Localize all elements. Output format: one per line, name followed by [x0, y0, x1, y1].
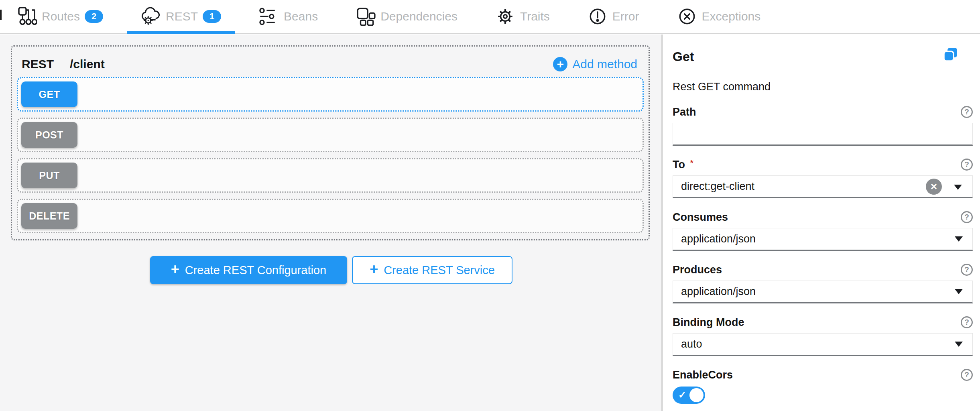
field-path-label: Path	[673, 105, 696, 119]
tab-exceptions-label: Exceptions	[702, 10, 761, 23]
tab-beans[interactable]: Beans	[245, 0, 331, 33]
create-rest-service-button[interactable]: + Create REST Service	[352, 256, 512, 284]
left-edge-mark	[0, 10, 2, 20]
field-consumes: Consumes ? application/json	[673, 210, 973, 251]
binding-mode-select[interactable]: auto	[673, 333, 973, 356]
tab-routes-label: Routes	[42, 10, 80, 23]
consumes-value: application/json	[681, 233, 756, 245]
plus-circle-icon: +	[553, 57, 567, 71]
chevron-down-icon	[955, 342, 963, 347]
method-badge-put[interactable]: PUT	[21, 163, 77, 188]
required-asterisk: *	[690, 158, 693, 169]
help-icon[interactable]: ?	[961, 211, 973, 223]
check-icon: ✓	[678, 389, 686, 401]
help-icon[interactable]: ?	[961, 316, 973, 328]
method-badge-post[interactable]: POST	[21, 122, 77, 148]
tab-rest[interactable]: REST 1	[127, 0, 235, 33]
help-icon[interactable]: ?	[961, 369, 973, 381]
tab-dependencies-label: Dependencies	[380, 10, 457, 23]
method-row-put[interactable]: PUT	[17, 158, 644, 193]
field-consumes-label: Consumes	[673, 210, 728, 224]
create-rest-configuration-label: Create REST Configuration	[185, 264, 326, 277]
rest-service-panel[interactable]: REST /client + Add method GET POST PUT D…	[11, 45, 650, 240]
tab-rest-label: REST	[166, 10, 198, 23]
field-to-label: To	[673, 159, 685, 171]
clone-icon	[943, 47, 958, 62]
help-icon[interactable]: ?	[961, 264, 973, 276]
rest-service-header: REST /client + Add method	[12, 47, 649, 75]
produces-value: application/json	[681, 285, 756, 298]
tab-error[interactable]: Error	[574, 0, 653, 33]
help-icon[interactable]: ?	[961, 106, 973, 118]
tab-exceptions[interactable]: Exceptions	[663, 0, 775, 33]
rest-panel-path: /client	[70, 57, 105, 71]
create-rest-configuration-button[interactable]: + Create REST Configuration	[150, 256, 347, 284]
chevron-down-icon[interactable]	[954, 185, 962, 190]
method-badge-get[interactable]: GET	[21, 81, 77, 107]
properties-title: Get	[673, 49, 694, 64]
method-row-get[interactable]: GET	[17, 77, 644, 112]
binding-mode-value: auto	[681, 338, 702, 350]
tab-routes-badge: 2	[85, 10, 103, 23]
field-path: Path ?	[673, 105, 973, 146]
toggle-knob	[689, 388, 703, 402]
add-method-button[interactable]: + Add method	[553, 57, 637, 71]
method-list: GET POST PUT DELETE	[12, 77, 649, 233]
beans-icon	[259, 6, 279, 26]
tab-rest-badge: 1	[203, 10, 221, 23]
designer-tab-bar: Routes 2 REST 1 Beans De	[0, 0, 980, 34]
consumes-select[interactable]: application/json	[673, 228, 973, 251]
field-produces-label: Produces	[673, 263, 722, 277]
field-produces: Produces ? application/json	[673, 263, 973, 303]
field-to: To* ? ×	[673, 158, 973, 198]
field-binding-mode-label: Binding Mode	[673, 315, 744, 329]
tab-beans-label: Beans	[284, 10, 318, 23]
properties-header: Get	[673, 49, 973, 64]
traits-icon	[495, 6, 515, 26]
clear-value-icon[interactable]: ×	[926, 179, 942, 195]
produces-select[interactable]: application/json	[673, 281, 973, 303]
element-description: Rest GET command	[673, 80, 973, 93]
field-binding-mode: Binding Mode ? auto	[673, 315, 973, 356]
tab-error-label: Error	[612, 10, 639, 23]
method-row-delete[interactable]: DELETE	[17, 199, 644, 233]
plus-icon: +	[370, 262, 378, 277]
exceptions-icon	[677, 6, 697, 26]
field-enablecors: EnableCors ? ✓	[673, 368, 973, 404]
routes-icon	[17, 6, 37, 26]
path-input[interactable]	[673, 123, 972, 144]
method-row-post[interactable]: POST	[17, 118, 644, 152]
rest-icon	[141, 6, 161, 26]
create-rest-service-label: Create REST Service	[384, 264, 495, 277]
properties-panel: Get Rest GET command Path ? To* ? ×	[663, 35, 980, 411]
error-icon	[588, 6, 608, 26]
add-method-label: Add method	[572, 57, 637, 71]
clone-element-button[interactable]	[943, 47, 958, 63]
tab-dependencies[interactable]: Dependencies	[342, 0, 471, 33]
help-icon[interactable]: ?	[961, 159, 973, 171]
chevron-down-icon	[955, 289, 963, 294]
chevron-down-icon	[955, 236, 963, 242]
tab-traits-label: Traits	[520, 10, 550, 23]
field-enablecors-label: EnableCors	[673, 368, 733, 382]
rest-designer-canvas: REST /client + Add method GET POST PUT D…	[0, 35, 661, 411]
enablecors-toggle[interactable]: ✓	[673, 387, 705, 404]
tab-traits[interactable]: Traits	[482, 0, 563, 33]
plus-icon: +	[171, 262, 179, 277]
tab-routes[interactable]: Routes 2	[3, 0, 117, 33]
dependencies-icon	[356, 6, 376, 26]
rest-panel-title: REST	[22, 57, 54, 71]
create-buttons-row: + Create REST Configuration + Create RES…	[150, 256, 512, 284]
method-badge-delete[interactable]: DELETE	[21, 203, 77, 229]
